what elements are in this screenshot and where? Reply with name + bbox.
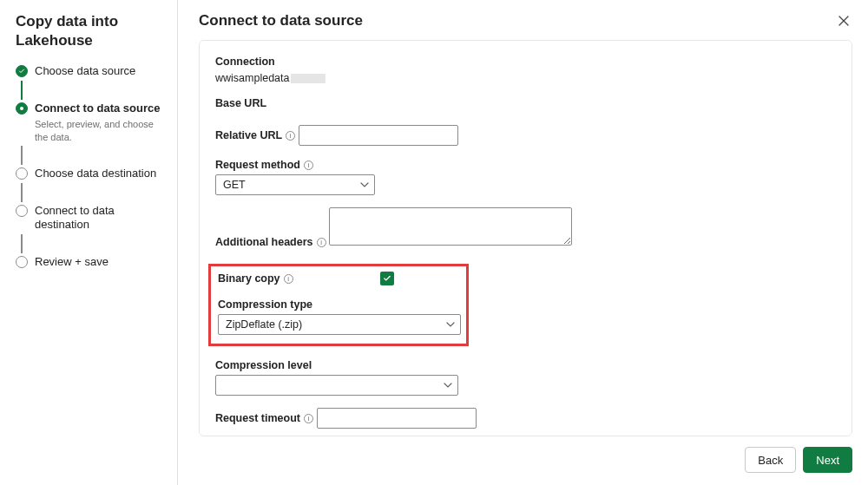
- step-review-save[interactable]: Review + save: [16, 255, 165, 270]
- form-card: Connection wwisampledata Base URL Relati…: [199, 40, 852, 436]
- base-url-field: Base URL: [215, 96, 836, 113]
- footer-actions: Back Next: [199, 436, 852, 473]
- check-icon: [16, 65, 28, 77]
- step-connector: [21, 233, 165, 255]
- redacted-text: [291, 74, 326, 83]
- binary-copy-checkbox[interactable]: [380, 272, 394, 285]
- wizard-title: Copy data into Lakehouse: [16, 12, 165, 50]
- connection-label: Connection: [215, 56, 275, 68]
- step-choose-data-destination[interactable]: Choose data destination: [16, 167, 165, 181]
- wizard-steps: Choose data source Connect to data sourc…: [16, 64, 165, 270]
- step-connector: [21, 79, 165, 102]
- step-connect-to-data-source[interactable]: Connect to data source Select, preview, …: [16, 102, 165, 144]
- pending-step-icon: [16, 256, 28, 268]
- info-icon[interactable]: i: [304, 414, 313, 423]
- compression-type-label: Compression type: [218, 298, 312, 311]
- compression-level-field: Compression level: [215, 358, 836, 396]
- back-button[interactable]: Back: [745, 447, 796, 473]
- main-panel: Connect to data source Connection wwisam…: [178, 0, 868, 485]
- chevron-down-icon: [360, 180, 369, 189]
- step-connect-to-data-destination[interactable]: Connect to data destination: [16, 204, 165, 233]
- chevron-down-icon: [444, 381, 452, 390]
- step-connector: [21, 144, 165, 167]
- relative-url-field: Relative URL i: [215, 125, 836, 146]
- additional-headers-input[interactable]: [329, 207, 572, 246]
- step-choose-data-source[interactable]: Choose data source: [16, 64, 165, 79]
- checkmark-icon: [383, 274, 391, 283]
- pending-step-icon: [16, 205, 28, 217]
- pending-step-icon: [16, 167, 28, 180]
- next-button[interactable]: Next: [803, 447, 852, 473]
- step-connector: [21, 181, 165, 204]
- highlight-annotation: Binary copy i Compression type ZipDeflat…: [208, 264, 469, 346]
- compression-level-select[interactable]: [215, 375, 458, 396]
- request-method-select[interactable]: GET: [215, 174, 375, 195]
- request-method-label: Request method i: [215, 159, 313, 171]
- close-icon: [837, 14, 851, 28]
- request-method-field: Request method i GET: [215, 158, 836, 195]
- additional-headers-field: Additional headers i: [215, 207, 836, 252]
- compression-type-field: Compression type ZipDeflate (.zip): [218, 298, 459, 335]
- chevron-down-icon: [446, 320, 455, 329]
- close-button[interactable]: [835, 12, 852, 29]
- base-url-label: Base URL: [215, 97, 266, 109]
- relative-url-label: Relative URL i: [215, 129, 295, 141]
- compression-level-label: Compression level: [215, 359, 312, 371]
- binary-copy-label: Binary copy i: [218, 272, 293, 285]
- connection-field: Connection wwisampledata: [215, 55, 836, 84]
- wizard-sidebar: Copy data into Lakehouse Choose data sou…: [0, 0, 178, 485]
- request-timeout-input[interactable]: [317, 408, 477, 429]
- page-title: Connect to data source: [199, 12, 363, 29]
- compression-type-select[interactable]: ZipDeflate (.zip): [218, 314, 461, 335]
- request-timeout-field: Request timeout i: [215, 408, 836, 429]
- request-timeout-label: Request timeout i: [215, 412, 313, 424]
- info-icon[interactable]: i: [286, 131, 295, 141]
- connection-value: wwisampledata: [215, 72, 289, 84]
- info-icon[interactable]: i: [317, 238, 326, 247]
- additional-headers-label: Additional headers i: [215, 236, 326, 248]
- relative-url-input[interactable]: [299, 125, 458, 146]
- info-icon[interactable]: i: [284, 274, 293, 284]
- current-step-icon: [16, 102, 28, 115]
- info-icon[interactable]: i: [304, 161, 313, 170]
